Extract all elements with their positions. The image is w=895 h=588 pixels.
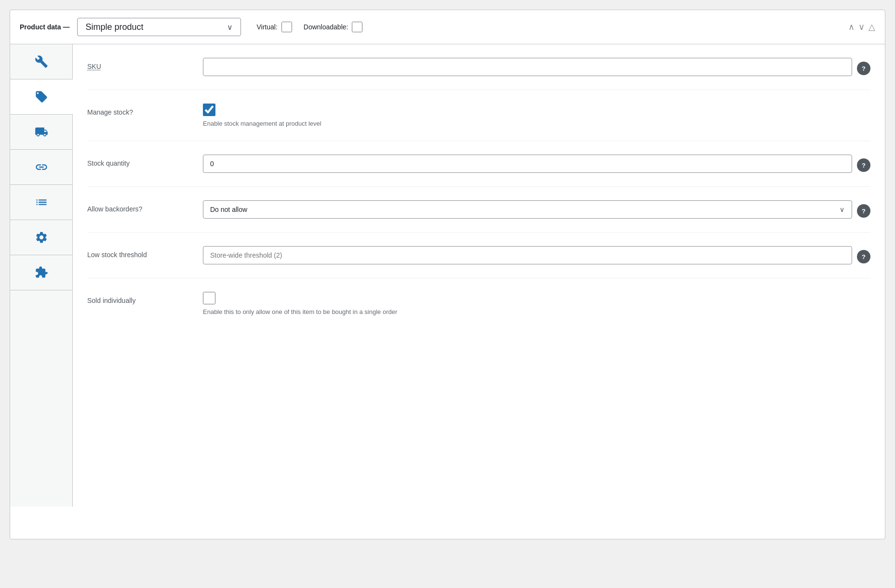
content-area: SKU ? Manage stock? Enable stock managem… (73, 44, 885, 507)
low-stock-threshold-control-area: ? (203, 246, 870, 264)
stock-quantity-row: Stock quantity ? (87, 141, 870, 187)
allow-backorders-row: Allow backorders? Do not allow Allow, bu… (87, 187, 870, 233)
allow-backorders-label: Allow backorders? (87, 200, 193, 213)
product-type-select-wrapper[interactable]: Simple product Variable product Grouped … (77, 18, 241, 36)
sidebar-item-general[interactable] (10, 44, 72, 79)
manage-stock-label: Manage stock? (87, 104, 193, 116)
sku-input[interactable] (203, 58, 852, 76)
gear-icon (35, 231, 48, 244)
virtual-checkbox[interactable] (281, 22, 292, 32)
product-data-panel: Product data — Simple product Variable p… (10, 10, 885, 539)
downloadable-checkbox[interactable] (352, 22, 362, 32)
extensions-icon (35, 266, 48, 279)
link-icon (35, 160, 48, 174)
sold-individually-checkbox-row (203, 292, 870, 304)
sold-individually-control-area: Enable this to only allow one of this it… (203, 292, 870, 315)
header-checkboxes: Virtual: Downloadable: (256, 22, 362, 32)
stock-quantity-label: Stock quantity (87, 155, 193, 167)
sku-row: SKU ? (87, 44, 870, 90)
sold-individually-hint: Enable this to only allow one of this it… (203, 308, 870, 315)
manage-stock-checkbox[interactable] (203, 104, 215, 116)
panel-body: SKU ? Manage stock? Enable stock managem… (10, 44, 885, 507)
virtual-checkbox-group: Virtual: (256, 22, 292, 32)
stock-quantity-help-icon[interactable]: ? (857, 158, 870, 172)
stock-quantity-control-area: ? (203, 155, 870, 173)
sku-help-icon[interactable]: ? (857, 62, 870, 75)
sold-individually-label: Sold individually (87, 292, 193, 304)
truck-icon (35, 125, 48, 139)
downloadable-label: Downloadable: (304, 23, 348, 31)
sidebar-item-attributes[interactable] (10, 185, 72, 220)
low-stock-threshold-row: Low stock threshold ? (87, 233, 870, 278)
panel-header: Product data — Simple product Variable p… (10, 10, 885, 44)
list-icon (35, 196, 48, 209)
allow-backorders-input-row: Do not allow Allow, but notify customer … (203, 200, 870, 219)
nav-down-icon[interactable]: ∨ (858, 22, 865, 32)
product-type-select[interactable]: Simple product Variable product Grouped … (85, 22, 227, 32)
header-nav: ∧ ∨ △ (848, 22, 875, 32)
low-stock-threshold-label: Low stock threshold (87, 246, 193, 259)
allow-backorders-control-area: Do not allow Allow, but notify customer … (203, 200, 870, 219)
manage-stock-checkbox-row (203, 104, 870, 116)
low-stock-threshold-input[interactable] (203, 246, 852, 264)
low-stock-threshold-input-row: ? (203, 246, 870, 264)
sidebar-item-extensions[interactable] (10, 255, 72, 290)
virtual-label: Virtual: (256, 23, 277, 31)
panel-title: Product data — (20, 23, 69, 31)
manage-stock-hint: Enable stock management at product level (203, 120, 870, 127)
allow-backorders-help-icon[interactable]: ? (857, 204, 870, 218)
select-arrow-icon: ∨ (227, 23, 233, 32)
manage-stock-control-area: Enable stock management at product level (203, 104, 870, 127)
sold-individually-checkbox[interactable] (203, 292, 215, 304)
sidebar-item-advanced[interactable] (10, 220, 72, 255)
sku-input-row: ? (203, 58, 870, 76)
allow-backorders-select-wrapper: Do not allow Allow, but notify customer … (203, 200, 852, 219)
sku-control-area: ? (203, 58, 870, 76)
nav-up-icon[interactable]: ∧ (848, 22, 855, 32)
downloadable-checkbox-group: Downloadable: (304, 22, 363, 32)
sku-label: SKU (87, 58, 193, 70)
stock-quantity-input[interactable] (203, 155, 852, 173)
tag-icon (35, 90, 48, 104)
sidebar-item-linked[interactable] (10, 150, 72, 185)
sold-individually-row: Sold individually Enable this to only al… (87, 278, 870, 329)
nav-top-icon[interactable]: △ (868, 22, 875, 32)
low-stock-threshold-help-icon[interactable]: ? (857, 250, 870, 263)
sidebar (10, 44, 73, 507)
allow-backorders-select[interactable]: Do not allow Allow, but notify customer … (203, 200, 852, 219)
manage-stock-row: Manage stock? Enable stock management at… (87, 90, 870, 141)
sidebar-item-inventory[interactable] (10, 79, 72, 115)
wrench-icon (35, 55, 48, 68)
stock-quantity-input-row: ? (203, 155, 870, 173)
sidebar-item-shipping[interactable] (10, 115, 72, 150)
